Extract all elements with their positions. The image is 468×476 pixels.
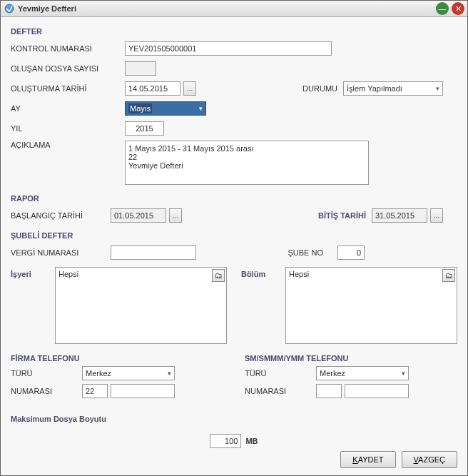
section-subeli-defter: ŞUBELİ DEFTER bbox=[11, 231, 457, 240]
ay-select[interactable]: Mayıs ▾ bbox=[125, 101, 206, 116]
window-title: Yevmiye Defteri bbox=[18, 4, 433, 13]
firma-numarasi-area-input[interactable] bbox=[82, 384, 108, 398]
label-olusturma-tarihi: OLUŞTURMA TARİHİ bbox=[11, 84, 125, 93]
baslangic-tarihi-picker-button[interactable]: … bbox=[169, 208, 182, 223]
close-button[interactable]: ✕ bbox=[452, 2, 464, 15]
isyeri-lookup-button[interactable]: 🗂 bbox=[212, 269, 225, 282]
label-kontrol-numarasi: KONTROL NUMARASI bbox=[11, 44, 125, 53]
isyeri-list[interactable]: Hepsi 🗂 bbox=[55, 267, 227, 344]
label-isyeri: İşyeri bbox=[11, 267, 51, 278]
label-sm-numarasi: NUMARASI bbox=[245, 387, 316, 395]
chevron-down-icon: ▾ bbox=[402, 370, 405, 377]
ay-selected: Mayıs bbox=[128, 103, 152, 113]
bolum-lookup-button[interactable]: 🗂 bbox=[442, 269, 455, 282]
durumu-select[interactable]: İşlem Yapılmadı ▾ bbox=[343, 81, 443, 96]
firma-turu-selected: Merkez bbox=[86, 369, 111, 378]
sm-numarasi-area-input[interactable] bbox=[316, 384, 342, 398]
olusturma-tarihi-picker-button[interactable]: … bbox=[183, 81, 196, 96]
window-frame: Yevmiye Defteri — ✕ DEFTER KONTROL NUMAR… bbox=[0, 0, 468, 476]
section-defter: DEFTER bbox=[11, 27, 457, 36]
label-sube-no: ŞUBE NO bbox=[288, 248, 323, 257]
sm-numarasi-input[interactable] bbox=[345, 384, 409, 398]
label-vergi-numarasi: VERGİ NUMARASI bbox=[11, 248, 111, 257]
baslangic-tarihi-input[interactable] bbox=[111, 208, 166, 223]
sm-turu-selected: Merkez bbox=[320, 369, 345, 378]
chevron-down-icon: ▾ bbox=[199, 105, 203, 112]
bitis-tarihi-input[interactable] bbox=[372, 208, 427, 223]
section-rapor: RAPOR bbox=[11, 194, 457, 203]
label-aciklama: AÇIKLAMA bbox=[11, 141, 125, 149]
minimize-button[interactable]: — bbox=[436, 2, 449, 15]
label-olusan-dosya-sayisi: OLUŞAN DOSYA SAYISI bbox=[11, 64, 125, 73]
kontrol-numarasi-input[interactable] bbox=[125, 41, 332, 56]
label-bitis-tarihi: BİTİŞ TARİHİ bbox=[318, 211, 366, 220]
olusan-dosya-sayisi-input[interactable] bbox=[125, 61, 156, 76]
section-firma-telefonu: FİRMA TELEFONU bbox=[11, 354, 223, 363]
lookup-icon: 🗂 bbox=[445, 271, 453, 280]
lookup-icon: 🗂 bbox=[215, 271, 223, 280]
label-mb: MB bbox=[245, 437, 258, 445]
maks-dosya-input[interactable] bbox=[210, 434, 241, 448]
olusturma-tarihi-input[interactable] bbox=[125, 81, 180, 96]
sube-no-input[interactable] bbox=[337, 245, 365, 260]
app-icon bbox=[4, 3, 15, 14]
label-baslangic-tarihi: BAŞLANGIÇ TARİHİ bbox=[11, 211, 111, 220]
section-sm-telefonu: SM/SMMM/YMM TELEFONU bbox=[245, 354, 457, 363]
label-maks-dosya: Maksimum Dosya Boyutu bbox=[11, 415, 106, 423]
isyeri-list-item: Hepsi bbox=[58, 270, 78, 278]
label-firma-numarasi: NUMARASI bbox=[11, 387, 82, 395]
label-durumu: DURUMU bbox=[302, 84, 337, 93]
label-sm-turu: TÜRÜ bbox=[245, 369, 316, 378]
aciklama-textarea[interactable] bbox=[125, 141, 369, 185]
bolum-list-item: Hepsi bbox=[289, 270, 309, 278]
label-yil: YIL bbox=[11, 124, 125, 133]
yil-input[interactable] bbox=[125, 121, 164, 136]
close-icon: ✕ bbox=[455, 4, 462, 14]
firma-numarasi-input[interactable] bbox=[111, 384, 175, 398]
cancel-button[interactable]: VAZGEÇ bbox=[402, 451, 457, 468]
chevron-down-icon: ▾ bbox=[168, 370, 171, 377]
bolum-list[interactable]: Hepsi 🗂 bbox=[285, 267, 457, 344]
titlebar: Yevmiye Defteri — ✕ bbox=[1, 1, 467, 17]
durumu-selected: İşlem Yapılmadı bbox=[347, 84, 402, 93]
label-bolum: Bölüm bbox=[241, 267, 281, 278]
label-firma-turu: TÜRÜ bbox=[11, 369, 82, 378]
content-area: DEFTER KONTROL NUMARASI OLUŞAN DOSYA SAY… bbox=[1, 17, 467, 475]
firma-turu-select[interactable]: Merkez ▾ bbox=[82, 366, 175, 380]
sm-turu-select[interactable]: Merkez ▾ bbox=[316, 366, 409, 380]
chevron-down-icon: ▾ bbox=[436, 85, 439, 92]
label-ay: AY bbox=[11, 104, 125, 113]
bitis-tarihi-picker-button[interactable]: … bbox=[430, 208, 443, 223]
minimize-icon: — bbox=[439, 4, 447, 13]
save-button[interactable]: KAYDET bbox=[340, 451, 395, 468]
vergi-numarasi-input[interactable] bbox=[111, 245, 196, 260]
